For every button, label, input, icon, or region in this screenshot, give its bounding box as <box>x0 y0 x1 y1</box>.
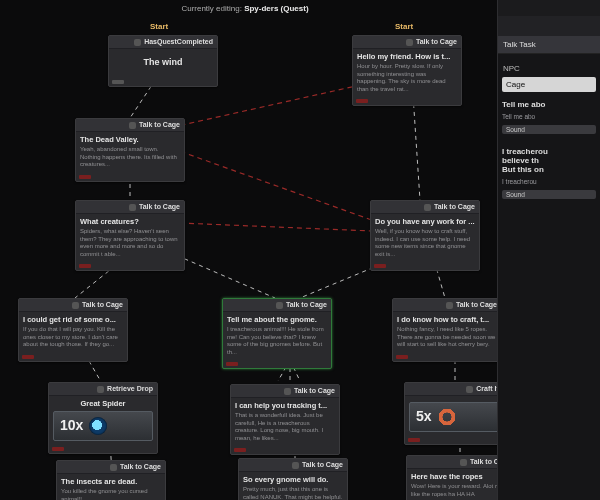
node-desc: Spiders, what else? Haven't seen them? T… <box>80 228 180 258</box>
npc-input[interactable]: Cage <box>502 77 596 92</box>
start-label-2: Start <box>395 22 413 31</box>
node-desc: Wow! Here is your reward. Alot right, li… <box>411 483 511 498</box>
npc-icon <box>424 204 431 211</box>
node-title: Hello my friend. How is t... <box>357 52 457 61</box>
node-tell-gnome[interactable]: Talk to Cage Tell me about the gnome. I … <box>222 298 332 369</box>
footer-pip <box>52 447 64 451</box>
footer-pip <box>79 264 91 268</box>
task-header: Talk Task <box>498 36 600 54</box>
npc-icon <box>110 464 117 471</box>
node-header: Talk to Cage <box>416 38 457 47</box>
npc-icon <box>406 39 413 46</box>
node-what-creatures[interactable]: Talk to Cage What creatures? Spiders, wh… <box>75 200 185 271</box>
eye-icon <box>89 417 107 435</box>
node-title: The Dead Valley. <box>80 135 180 144</box>
node-desc: Hour by hour. Pretty slow. If only somet… <box>357 63 457 93</box>
craft-icon <box>466 386 473 393</box>
footer-pip <box>356 99 368 103</box>
node-title: Here have the ropes <box>411 472 511 481</box>
node-every-gnome[interactable]: Talk to Cage So every gnome will do. Pre… <box>238 458 348 500</box>
node-get-rid[interactable]: Talk to Cage I could get rid of some o..… <box>18 298 128 362</box>
node-title: So every gnome will do. <box>243 475 343 484</box>
footer-pip <box>234 448 246 452</box>
node-know-craft[interactable]: Talk to Cage I do know how to craft, t..… <box>392 298 502 362</box>
npc-icon <box>460 459 467 466</box>
node-help-tracking[interactable]: Talk to Cage I can help you tracking t..… <box>230 384 340 455</box>
npc-icon <box>72 302 79 309</box>
node-desc: Pretty much, just that this one is calle… <box>243 486 343 500</box>
node-title: I can help you tracking t... <box>235 401 335 410</box>
footer-pip <box>79 175 91 179</box>
node-header: Talk to Cage <box>82 301 123 310</box>
flag-icon <box>134 39 141 46</box>
objective-count: 5x <box>416 408 432 426</box>
line-sub: Tell me abo <box>502 113 596 120</box>
sound-tag-2[interactable]: Sound <box>502 190 596 199</box>
npc-icon <box>129 122 136 129</box>
node-header: Talk to Cage <box>294 387 335 396</box>
footer-pip <box>22 355 34 359</box>
node-desc: If you do that I will pay you. Kill the … <box>23 326 123 349</box>
objective-box: 10x <box>53 411 153 441</box>
npc-icon <box>292 462 299 469</box>
footer-pip <box>396 355 408 359</box>
node-header: Talk to Cage <box>286 301 327 310</box>
panel-spacer <box>498 16 600 36</box>
node-title: What creatures? <box>80 217 180 226</box>
footer-pip <box>226 362 238 366</box>
node-have-work[interactable]: Talk to Cage Do you have any work for ..… <box>370 200 480 271</box>
node-header: Talk to Cage <box>139 203 180 212</box>
start-label-1: Start <box>150 22 168 31</box>
node-title: The insects are dead. <box>61 477 161 486</box>
objective-box: 5x <box>409 402 509 432</box>
sound-tag-1[interactable]: Sound <box>502 125 596 134</box>
reply-sub2: But this on <box>502 165 544 174</box>
reply-sub1: believe th <box>502 156 539 165</box>
objective-count: 10x <box>60 417 83 435</box>
node-title: The wind <box>113 57 213 68</box>
node-desc: That is a wonderfull idea. Just be caref… <box>235 412 335 442</box>
header-prefix: Currently editing: <box>181 4 241 13</box>
footer-pip <box>374 264 386 268</box>
inspector-panel[interactable]: Talk Task NPC Cage Tell me abo Tell me a… <box>497 0 600 500</box>
node-title: I could get rid of some o... <box>23 315 123 324</box>
node-retrieve-drop[interactable]: Retrieve Drop Great Spider 10x <box>48 382 158 454</box>
node-desc: Nothing fancy, I need like 5 ropes. Ther… <box>397 326 497 349</box>
footer-pip <box>408 438 420 442</box>
node-header: Talk to Cage <box>434 203 475 212</box>
drop-icon <box>97 386 104 393</box>
node-desc: You killed the gnome you cursed animal!! <box>61 488 161 500</box>
node-title: Great Spider <box>53 399 153 408</box>
panel-spacer <box>498 0 600 16</box>
npc-icon <box>446 302 453 309</box>
node-header: Talk to Cage <box>456 301 497 310</box>
npc-icon <box>129 204 136 211</box>
npc-icon <box>284 388 291 395</box>
node-dead-valley[interactable]: Talk to Cage The Dead Valley. Yeah, aban… <box>75 118 185 182</box>
node-hasquestcompleted[interactable]: HasQuestCompleted The wind <box>108 35 218 87</box>
npc-label: NPC <box>498 60 600 75</box>
node-title: Do you have any work for ... <box>375 217 475 226</box>
footer-pip <box>112 80 124 84</box>
node-desc: Yeah, abandoned small town. Nothing happ… <box>80 146 180 169</box>
node-header: HasQuestCompleted <box>144 38 213 47</box>
ring-icon <box>438 408 456 426</box>
node-header: Talk to Cage <box>302 461 343 470</box>
node-title: Tell me about the gnome. <box>227 315 327 324</box>
node-header: Retrieve Drop <box>107 385 153 394</box>
header-title: Spy-ders (Quest) <box>244 4 308 13</box>
editor-header: Currently editing: Spy-ders (Quest) <box>0 4 490 13</box>
node-desc: I treacherous animal!!! He stole from me… <box>227 326 327 356</box>
node-talk-hello[interactable]: Talk to Cage Hello my friend. How is t..… <box>352 35 462 106</box>
reply-title: I treacherou <box>502 147 548 156</box>
node-title: I do know how to craft, t... <box>397 315 497 324</box>
node-desc: Well, if you know how to craft stuff, in… <box>375 228 475 258</box>
node-header: Talk to Cage <box>120 463 161 472</box>
node-insects-dead[interactable]: Talk to Cage The insects are dead. You k… <box>56 460 166 500</box>
node-header: Talk to Cage <box>139 121 180 130</box>
line-title: Tell me abo <box>502 100 545 109</box>
reply-small: I treacherou <box>502 178 596 185</box>
npc-icon <box>276 302 283 309</box>
